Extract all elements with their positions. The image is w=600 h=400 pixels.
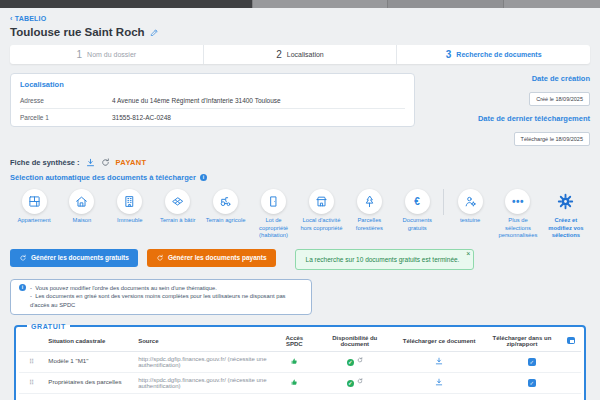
alert-message: La recherche sur 10 documents gratuits e… (306, 256, 460, 263)
field-value: 4 Avenue du 14ème Régiment d'Infanterie … (112, 97, 281, 104)
creation-date-title: Date de création (439, 74, 590, 83)
refresh-icon[interactable] (357, 357, 363, 363)
category-testuine[interactable]: testuine (448, 189, 492, 225)
info-icon: i (19, 284, 26, 291)
generate-free-documents-button[interactable]: Générer les documents gratuits (10, 249, 138, 267)
table-header-row: Situation cadastrale Source Accès SPDC D… (19, 331, 581, 352)
close-icon[interactable]: × (466, 250, 470, 257)
documents-table: Situation cadastrale Source Accès SPDC D… (19, 331, 581, 400)
field-value: 31555-812-AC-0248 (112, 114, 171, 121)
header-zip: Télécharger dans un zip/rapport (483, 331, 562, 352)
step-number: 3 (446, 49, 452, 60)
category-label: Documents gratuits (395, 217, 439, 232)
category-lot-copropriete[interactable]: Lot de copropriété (habitation) (252, 189, 296, 240)
chevron-left-icon: ‹ (10, 15, 13, 22)
documents-table-body: ⠿Modèle 1 "M1"http://spdc.dgfip.finances… (19, 351, 581, 400)
category-local-activite[interactable]: Local d'activité hors copropriété (299, 189, 343, 232)
payant-badge: PAYANT (116, 158, 147, 167)
category-plus-selections[interactable]: •••Plus de sélections personnalisées (496, 189, 540, 240)
zip-checkbox[interactable]: ✓ (528, 358, 536, 366)
header-source: Source (134, 331, 275, 352)
land-icon (165, 189, 190, 214)
category-label: testuine (460, 217, 480, 225)
category-divider (443, 189, 444, 215)
select-all-checkbox[interactable] (567, 337, 575, 345)
page-title: Toulouse rue Saint Roch (10, 26, 145, 38)
category-creer-modifier-selections[interactable]: Créez et modifiez vos sélections (544, 189, 588, 240)
tree-icon (357, 189, 382, 214)
table-row: ⠿Modèle 1 "M1"http://spdc.dgfip.finances… (19, 351, 581, 372)
category-label: Plus de sélections personnalisées (496, 217, 540, 240)
category-terrain-agricole[interactable]: Terrain agricole (204, 189, 248, 225)
window-chrome-strip (0, 0, 600, 8)
info-icon[interactable]: i (200, 174, 207, 181)
category-terrain-a-batir[interactable]: Terrain à bâtir (156, 189, 200, 225)
door-icon (261, 189, 286, 214)
category-appartement[interactable]: Appartement (12, 189, 56, 225)
floorplan-icon (22, 189, 47, 214)
category-label: Terrain à bâtir (160, 217, 195, 225)
chrome-segment (0, 0, 252, 8)
hints-box: i Vous pouvez modifier l'ordre des docum… (10, 279, 312, 315)
localisation-card-title: Localisation (20, 80, 405, 89)
document-source: http://spdc.dgfip.finances.gouv.fr/ (néc… (134, 351, 275, 372)
last-download-title: Date de dernier téléchargement (439, 114, 590, 123)
step-localisation[interactable]: 2 Localisation (203, 45, 397, 64)
step-label: Recherche de documents (456, 51, 541, 58)
document-source: DGFIP (134, 393, 275, 400)
category-label: Créez et modifiez vos sélections (544, 217, 588, 240)
header-situation: Situation cadastrale (44, 331, 134, 352)
generate-paid-documents-button[interactable]: Générer les documents payants (147, 249, 276, 267)
download-icon[interactable] (435, 378, 443, 386)
page: ‹ TABELIO Toulouse rue Saint Roch 1 Nom … (0, 8, 600, 400)
step-label: Localisation (287, 51, 324, 58)
drag-handle-icon[interactable]: ⠿ (29, 358, 34, 365)
button-label: Générer les documents gratuits (31, 254, 129, 261)
step-number: 2 (276, 49, 282, 60)
refresh-icon[interactable] (357, 378, 363, 384)
building-icon (117, 189, 142, 214)
house-icon (69, 189, 94, 214)
drag-handle-icon[interactable]: ⠿ (29, 379, 34, 386)
category-parcelles-forestieres[interactable]: Parcelles forestières (347, 189, 391, 232)
gratuit-legend: GRATUIT (27, 323, 70, 330)
step-number: 1 (77, 49, 83, 60)
category-label: Maison (73, 217, 92, 225)
selection-section-title: Sélection automatique des documents à té… (10, 173, 196, 182)
category-immeuble[interactable]: Immeuble (108, 189, 152, 225)
check-circle-icon: ✓ (347, 380, 355, 388)
chrome-segment (252, 0, 387, 8)
field-label: Parcelle 1 (20, 114, 112, 121)
gratuit-section: GRATUIT Situation cadastrale Source Accè… (14, 323, 586, 400)
wizard-stepper: 1 Nom du dossier 2 Localisation 3 Recher… (10, 45, 590, 64)
category-label: Parcelles forestières (347, 217, 391, 232)
category-label: Local d'activité hors copropriété (299, 217, 343, 232)
localisation-row-parcelle: Parcelle 1 31555-812-AC-0248 (20, 108, 405, 125)
download-icon[interactable] (86, 158, 95, 167)
step-nom-du-dossier[interactable]: 1 Nom du dossier (10, 45, 203, 64)
table-row: ⠿Propriétaires des parcelleshttp://spdc.… (19, 372, 581, 393)
step-recherche-documents[interactable]: 3 Recherche de documents (396, 45, 590, 64)
document-name: Propriétaires des parcelles (personnes m… (44, 393, 134, 400)
chrome-segment (387, 0, 503, 8)
check-circle-icon: ✓ (347, 359, 355, 367)
dots-icon: ••• (505, 189, 530, 214)
download-icon[interactable] (435, 357, 443, 365)
euro-icon: € (405, 189, 430, 214)
dates-column: Date de création Créé le 18/09/2025 Date… (439, 73, 590, 154)
success-alert: La recherche sur 10 documents gratuits e… (295, 249, 475, 270)
button-label: Générer les documents payants (168, 254, 267, 261)
zip-checkbox[interactable]: ✓ (528, 379, 536, 387)
category-maison[interactable]: Maison (60, 189, 104, 225)
person-gear-icon (458, 189, 483, 214)
edit-pencil-icon[interactable] (150, 28, 159, 37)
last-download-value: Téléchargé le 18/09/2025 (514, 132, 590, 146)
category-label: Lot de copropriété (habitation) (252, 217, 296, 240)
category-documents-gratuits[interactable]: €Documents gratuits (395, 189, 439, 232)
refresh-icon[interactable] (101, 158, 110, 167)
table-row: ⠿Propriétaires des parcelles (personnes … (19, 393, 581, 400)
document-name: Modèle 1 "M1" (44, 351, 134, 372)
breadcrumb-back-link[interactable]: ‹ TABELIO (10, 15, 590, 22)
shop-icon (309, 189, 334, 214)
drag-column-header (19, 331, 44, 352)
